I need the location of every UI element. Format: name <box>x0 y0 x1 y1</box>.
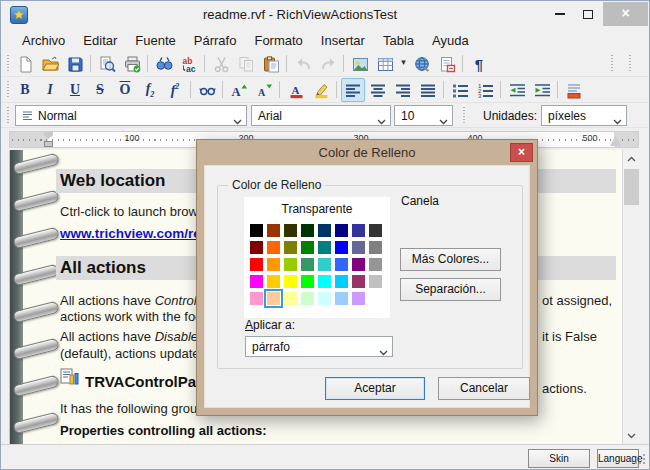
menu-item-editar[interactable]: Editar <box>74 33 126 48</box>
paragraph-style-combo[interactable]: Normal <box>15 105 247 126</box>
dialog-close-button[interactable]: × <box>510 143 533 162</box>
replace-button[interactable]: abac <box>177 52 201 76</box>
color-swatch[interactable] <box>318 258 331 271</box>
scrollbar-thumb[interactable] <box>624 169 639 205</box>
paste-special-button[interactable] <box>435 52 459 76</box>
color-swatch[interactable] <box>369 292 382 305</box>
subscript-button[interactable]: f2 <box>138 78 162 102</box>
font-name-combo[interactable]: Arial <box>251 105 391 126</box>
color-swatch[interactable] <box>301 224 314 237</box>
bullet-list-button[interactable] <box>448 78 472 102</box>
shrink-font-button[interactable]: A <box>252 78 276 102</box>
color-swatch[interactable] <box>301 241 314 254</box>
copy-button[interactable] <box>234 52 258 76</box>
maximize-button[interactable] <box>575 3 601 25</box>
save-button[interactable] <box>63 52 87 76</box>
decrease-indent-button[interactable] <box>505 78 529 102</box>
color-swatch[interactable] <box>318 292 331 305</box>
more-colors-button[interactable]: Más Colores... <box>400 248 501 271</box>
font-dialog-button[interactable] <box>195 78 219 102</box>
toolbar-grip[interactable] <box>7 55 9 72</box>
menu-item-formato[interactable]: Formato <box>245 33 311 48</box>
insert-table-button[interactable] <box>373 52 397 76</box>
strikethrough-button[interactable]: S <box>88 78 112 102</box>
skin-button[interactable]: Skin <box>528 449 590 468</box>
menu-item-fuente[interactable]: Fuente <box>126 33 184 48</box>
hyperlink-button[interactable] <box>410 52 434 76</box>
align-right-button[interactable] <box>391 78 415 102</box>
undo-button[interactable] <box>291 52 315 76</box>
insert-table-dropdown-arrow[interactable]: ▾ <box>398 57 409 67</box>
transparent-button[interactable]: Transparente <box>244 200 390 218</box>
menu-item-insertar[interactable]: Insertar <box>312 33 374 48</box>
font-size-combo[interactable]: 10 <box>394 105 453 126</box>
increase-indent-button[interactable] <box>530 78 554 102</box>
color-swatch[interactable] <box>301 258 314 271</box>
color-swatch-selected[interactable] <box>267 292 280 305</box>
open-folder-button[interactable] <box>38 52 62 76</box>
color-swatch[interactable] <box>301 292 314 305</box>
italic-button[interactable]: I <box>38 78 62 102</box>
color-swatch[interactable] <box>335 258 348 271</box>
superscript-button[interactable]: f2 <box>163 78 187 102</box>
separation-button[interactable]: Separación... <box>400 278 501 301</box>
scroll-up-button[interactable] <box>623 150 640 167</box>
color-swatch[interactable] <box>352 292 365 305</box>
color-swatch[interactable] <box>352 224 365 237</box>
show-paragraph-marks-button[interactable]: ¶ <box>467 52 491 76</box>
print-preview-button[interactable] <box>95 52 119 76</box>
grow-font-button[interactable]: A <box>227 78 251 102</box>
color-swatch[interactable] <box>267 224 280 237</box>
print-button[interactable] <box>120 52 144 76</box>
new-document-button[interactable] <box>13 52 37 76</box>
menu-item-parrafo[interactable]: Párrafo <box>185 33 246 48</box>
scroll-down-button[interactable] <box>623 427 640 444</box>
underline-button[interactable]: U <box>63 78 87 102</box>
toolbar-grip[interactable] <box>7 81 9 98</box>
redo-button[interactable] <box>316 52 340 76</box>
color-swatch[interactable] <box>250 224 263 237</box>
language-button[interactable]: Language <box>597 449 639 468</box>
menu-item-tabla[interactable]: Tabla <box>374 33 423 48</box>
left-indent-marker[interactable] <box>44 141 53 147</box>
color-swatch[interactable] <box>284 292 297 305</box>
color-swatch[interactable] <box>250 292 263 305</box>
cut-button[interactable] <box>209 52 233 76</box>
color-swatch[interactable] <box>369 258 382 271</box>
color-swatch[interactable] <box>335 241 348 254</box>
color-swatch[interactable] <box>335 292 348 305</box>
color-swatch[interactable] <box>267 275 280 288</box>
color-swatch[interactable] <box>369 275 382 288</box>
color-swatch[interactable] <box>369 241 382 254</box>
units-combo[interactable]: píxeles <box>541 105 627 126</box>
document-hyperlink[interactable]: www.trichview.com/re <box>60 226 201 241</box>
toolbar-grip[interactable] <box>7 107 9 123</box>
color-swatch[interactable] <box>284 258 297 271</box>
vertical-scrollbar[interactable] <box>622 150 639 444</box>
color-swatch[interactable] <box>352 258 365 271</box>
toolbar-grip[interactable] <box>463 107 465 123</box>
accept-button[interactable]: Aceptar <box>325 377 425 400</box>
paragraph-color-button[interactable] <box>562 78 586 102</box>
color-swatch[interactable] <box>250 241 263 254</box>
color-swatch[interactable] <box>284 275 297 288</box>
color-swatch[interactable] <box>284 241 297 254</box>
color-swatch[interactable] <box>352 241 365 254</box>
menu-item-ayuda[interactable]: Ayuda <box>423 33 478 48</box>
overline-button[interactable]: O <box>113 78 137 102</box>
find-button[interactable] <box>152 52 176 76</box>
toolbar-grip[interactable] <box>611 55 613 72</box>
text-highlight-button[interactable] <box>309 78 333 102</box>
cancel-button[interactable]: Cancelar <box>438 377 530 400</box>
color-swatch[interactable] <box>284 224 297 237</box>
color-swatch[interactable] <box>250 275 263 288</box>
color-swatch[interactable] <box>250 258 263 271</box>
resize-grip[interactable] <box>634 453 646 465</box>
color-swatch[interactable] <box>335 275 348 288</box>
color-swatch[interactable] <box>318 224 331 237</box>
insert-picture-button[interactable] <box>348 52 372 76</box>
color-swatch[interactable] <box>318 241 331 254</box>
close-button[interactable]: × <box>603 2 648 26</box>
align-justify-button[interactable] <box>416 78 440 102</box>
font-color-button[interactable]: A <box>284 78 308 102</box>
